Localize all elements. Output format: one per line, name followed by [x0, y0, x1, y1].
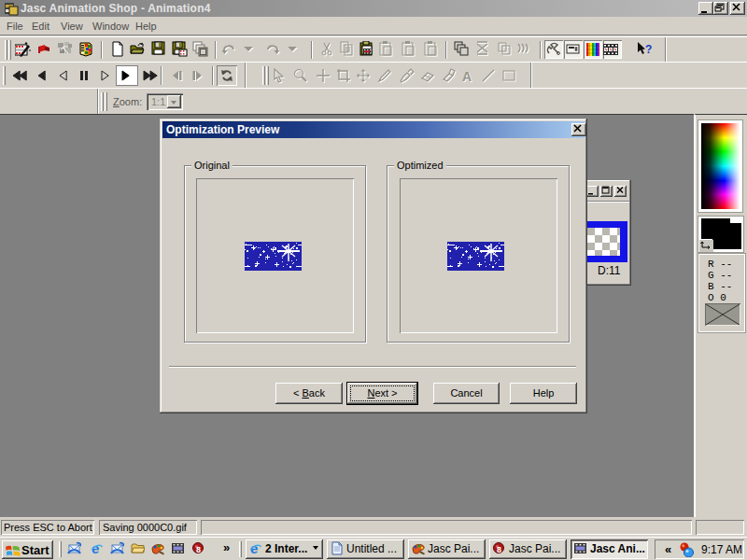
svg-text:A: A: [462, 69, 472, 84]
svg-text:?: ?: [645, 43, 652, 56]
svg-text:8: 8: [497, 545, 501, 554]
svg-text:8: 8: [196, 545, 201, 554]
